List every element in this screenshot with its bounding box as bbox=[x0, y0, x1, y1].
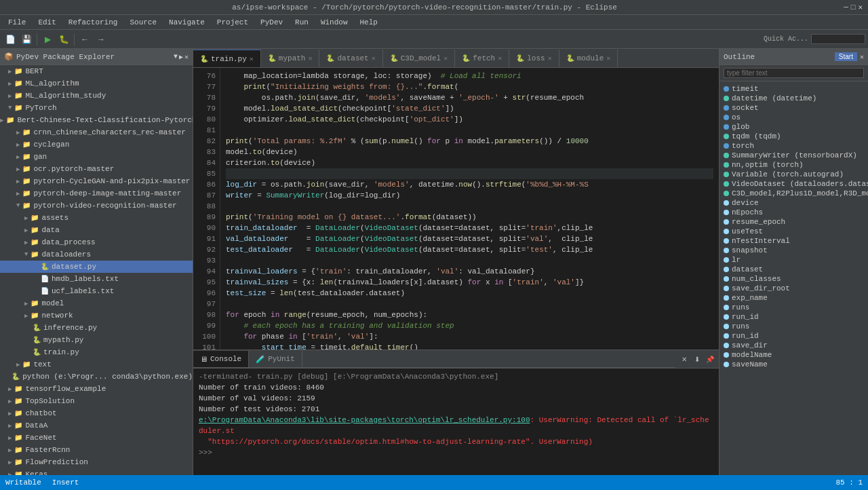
sidebar-item-tensorflow-example[interactable]: ▶📁tensorflow_example bbox=[0, 383, 193, 395]
sidebar-item-data-process[interactable]: ▶📁data_process bbox=[0, 236, 193, 248]
sidebar-item-assets[interactable]: ▶📁assets bbox=[0, 212, 193, 224]
outline-item-dataset[interactable]: dataset bbox=[719, 265, 868, 274]
tab-loss[interactable]: 🐍loss✕ bbox=[509, 50, 559, 67]
sidebar-item-pytorch-cyclegan-and-pix2pix-master[interactable]: ▶📁pytorch-CycleGAN-and-pix2pix-master bbox=[0, 175, 193, 187]
outline-item-c3d-model-r2plus1d-model-r3d-m[interactable]: C3D_model,R2Plus1D_model,R3D_model (netw… bbox=[719, 189, 868, 198]
tab-train.py[interactable]: 🐍train.py✕ bbox=[193, 50, 261, 67]
tab-close-loss[interactable]: ✕ bbox=[548, 54, 552, 62]
sidebar-item-flowprediction[interactable]: ▶📁FlowPrediction bbox=[0, 456, 193, 468]
menu-item-pydev[interactable]: PyDev bbox=[255, 17, 288, 28]
menu-item-navigate[interactable]: Navigate bbox=[163, 17, 210, 28]
sidebar-item-pytorch-deep-image-matting-master[interactable]: ▶📁pytorch-deep-image-matting-master bbox=[0, 187, 193, 200]
tab-close-train.py[interactable]: ✕ bbox=[250, 55, 254, 63]
outline-item-os[interactable]: os bbox=[719, 113, 868, 122]
outline-item-savename[interactable]: saveName bbox=[719, 360, 868, 369]
console-clear-btn[interactable]: ✕ bbox=[678, 353, 690, 365]
outline-item-save-dir-root[interactable]: save_dir_root bbox=[719, 284, 868, 293]
sidebar-item-bert[interactable]: ▶📁BERT bbox=[0, 65, 193, 77]
sidebar-item-hmdb-labels-txt[interactable]: 📄hmdb_labels.txt bbox=[0, 273, 193, 285]
outline-item-snapshot[interactable]: snapshot bbox=[719, 246, 868, 255]
outline-search-input[interactable] bbox=[724, 68, 864, 78]
sidebar-item-fasterrcnn[interactable]: ▶📁FasterRcnn bbox=[0, 444, 193, 456]
close-btn[interactable]: ✕ bbox=[858, 3, 863, 12]
sidebar-close-btn[interactable]: ✕ bbox=[184, 53, 189, 61]
outline-item-nn-optim--torch-[interactable]: nn,optim (torch) bbox=[719, 160, 868, 170]
sidebar-item-bert-chinese-text-classification-pytorch-master[interactable]: ▶📁Bert-Chinese-Text-Classification-Pytor… bbox=[0, 114, 193, 126]
new-file-btn[interactable]: 📄 bbox=[3, 32, 18, 47]
sidebar-collapse-btn[interactable]: ▼ bbox=[174, 53, 178, 61]
sidebar-item-python--e--progr----conda3-python-exe-[interactable]: 🐍python (e:\Progr... conda3\python.exe) bbox=[0, 371, 193, 383]
sidebar-item-ucf-labels-txt[interactable]: 📄ucf_labels.txt bbox=[0, 285, 193, 297]
outline-item-runs[interactable]: runs bbox=[719, 303, 868, 312]
tab-close-mypath[interactable]: ✕ bbox=[308, 54, 312, 62]
sidebar-item-dataa[interactable]: ▶📁DataA bbox=[0, 419, 193, 432]
sidebar-item-data[interactable]: ▶📁data bbox=[0, 224, 193, 236]
sidebar-item-mypath-py[interactable]: 🐍mypath.py bbox=[0, 334, 193, 346]
sidebar-item-ocr-pytorch-master[interactable]: ▶📁ocr.pytorch-master bbox=[0, 163, 193, 175]
sidebar-item-ml-algorithm[interactable]: ▶📁ML_algorithm bbox=[0, 77, 193, 90]
sidebar-item-ml-algorithm-study[interactable]: ▶📁ML_algorithm_study bbox=[0, 90, 193, 102]
menu-item-source[interactable]: Source bbox=[124, 17, 162, 28]
bottom-tab-pyunit[interactable]: 🧪PyUnit bbox=[249, 351, 302, 367]
outline-item-num-classes[interactable]: num_classes bbox=[719, 274, 868, 284]
menu-item-project[interactable]: Project bbox=[212, 17, 254, 28]
tab-close-fetch[interactable]: ✕ bbox=[498, 54, 502, 62]
sidebar-expand-btn[interactable]: ▶ bbox=[179, 53, 183, 61]
run-btn[interactable]: ▶ bbox=[40, 32, 55, 47]
sidebar-item-topsolution[interactable]: ▶📁TopSolution bbox=[0, 395, 193, 407]
menu-item-run[interactable]: Run bbox=[290, 17, 314, 28]
tab-close-module[interactable]: ✕ bbox=[606, 54, 610, 62]
quickaccess-input[interactable] bbox=[811, 34, 865, 44]
outline-item-socket[interactable]: socket bbox=[719, 103, 868, 113]
sidebar-item-keras[interactable]: ▶📁Keras bbox=[0, 468, 193, 475]
console-scroll-btn[interactable]: ⬇ bbox=[691, 353, 703, 365]
sidebar-item-text[interactable]: ▶📁text bbox=[0, 358, 193, 371]
console-link[interactable]: e:\ProgramData\Anaconda3\lib\site-packag… bbox=[199, 416, 530, 424]
tab-fetch[interactable]: 🐍fetch✕ bbox=[455, 50, 509, 67]
sidebar-item-network[interactable]: ▶📁network bbox=[0, 309, 193, 322]
outline-item-save-dir[interactable]: save_dir bbox=[719, 341, 868, 350]
tab-C3D_model[interactable]: 🐍C3D_model✕ bbox=[383, 50, 455, 67]
menu-item-help[interactable]: Help bbox=[355, 17, 383, 28]
save-btn[interactable]: 💾 bbox=[19, 32, 34, 47]
tab-dataset[interactable]: 🐍dataset✕ bbox=[319, 50, 382, 67]
sidebar-item-crnn-chinese-characters-rec-master[interactable]: ▶📁crnn_chinese_characters_rec-master bbox=[0, 126, 193, 138]
sidebar-item-inference-py[interactable]: 🐍inference.py bbox=[0, 322, 193, 334]
outline-item-summarywriter--tensorboardx-[interactable]: SummaryWriter (tensorboardX) bbox=[719, 151, 868, 160]
sidebar-item-cyclegan[interactable]: ▶📁cyclegan bbox=[0, 138, 193, 151]
outline-item-ntestinterval[interactable]: nTestInterval bbox=[719, 236, 868, 246]
menu-item-file[interactable]: File bbox=[3, 17, 31, 28]
outline-item-glob[interactable]: glob bbox=[719, 122, 868, 132]
outline-item-torch[interactable]: torch bbox=[719, 141, 868, 151]
sidebar-item-train-py[interactable]: 🐍train.py bbox=[0, 346, 193, 358]
forward-btn[interactable]: → bbox=[94, 32, 108, 47]
outline-item-resume-epoch[interactable]: resume_epoch bbox=[719, 217, 868, 227]
tab-close-C3D_model[interactable]: ✕ bbox=[443, 54, 448, 62]
maximize-btn[interactable]: □ bbox=[851, 3, 856, 12]
menu-item-window[interactable]: Window bbox=[315, 17, 353, 28]
sidebar-item-dataloaders[interactable]: ▼📁dataloaders bbox=[0, 248, 193, 261]
outline-item-run-id[interactable]: run_id bbox=[719, 312, 868, 322]
sidebar-item-facenet[interactable]: ▶📁FaceNet bbox=[0, 432, 193, 444]
outline-item-lr[interactable]: lr bbox=[719, 255, 868, 265]
tab-mypath[interactable]: 🐍mypath✕ bbox=[261, 50, 320, 67]
outline-item-exp-name[interactable]: exp_name bbox=[719, 293, 868, 303]
tab-close-dataset[interactable]: ✕ bbox=[372, 54, 376, 62]
tab-module[interactable]: 🐍module✕ bbox=[559, 50, 618, 67]
menu-item-edit[interactable]: Edit bbox=[33, 17, 61, 28]
minimize-btn[interactable]: ─ bbox=[844, 3, 848, 12]
outline-close-btn[interactable]: ✕ bbox=[860, 53, 864, 61]
sidebar-item-chatbot[interactable]: ▶📁chatbot bbox=[0, 407, 193, 419]
bottom-tab-console[interactable]: 🖥Console bbox=[193, 351, 249, 367]
outline-item-datetime--datetime-[interactable]: datetime (datetime) bbox=[719, 94, 868, 103]
outline-item-videodataset--dataloaders-data[interactable]: VideoDataset (dataloaders.dataset) bbox=[719, 179, 868, 189]
outline-item-nepochs[interactable]: nEpochs bbox=[719, 208, 868, 217]
outline-item-modelname[interactable]: modelName bbox=[719, 350, 868, 360]
code-content[interactable]: map_location=lambda storage, loc: storag… bbox=[220, 68, 719, 350]
console-pin-btn[interactable]: 📌 bbox=[704, 353, 716, 365]
outline-item-tqdm--tqdm-[interactable]: tqdm (tqdm) bbox=[719, 132, 868, 141]
outline-item-usetest[interactable]: useTest bbox=[719, 227, 868, 236]
outline-item-timeit[interactable]: timeit bbox=[719, 84, 868, 94]
outline-item-runs[interactable]: runs bbox=[719, 322, 868, 331]
start-button[interactable]: Start bbox=[835, 52, 857, 61]
